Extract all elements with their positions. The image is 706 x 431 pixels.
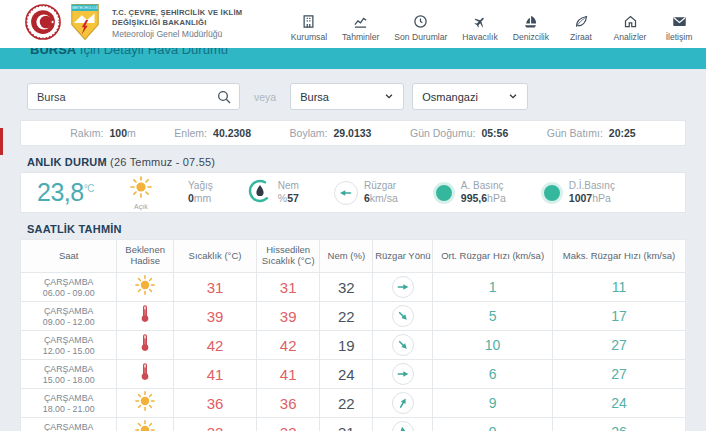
current-condition: Açık [129,175,153,210]
humidity-block: Nem %57 [248,179,299,207]
row-temperature: 41 [173,360,256,389]
leaf-icon [574,14,589,29]
table-row: ÇARŞAMBA 18.00 - 21.00 36 36 22 [21,389,686,418]
longitude-info: Boylam:29.0133 [290,127,372,139]
wind-arrow [395,279,411,295]
line-chart-icon [353,14,368,29]
top-header: METEOROLOJİ T.C. ÇEVRE, ŞEHİRCİLİK VE İK… [0,0,706,48]
nav-label: Havacılık [462,32,497,42]
wind-arrow [394,422,413,431]
table-row: ÇARŞAMBA 21.00 - 24.00 32 32 31 [21,418,686,431]
row-avg-wind: 6 [433,360,553,389]
ministry-line1: T.C. ÇEVRE, ŞEHİRCİLİK VE İKLİM DEĞİŞİKL… [112,8,291,27]
wind-direction-icon [392,421,414,431]
wind-arrow [392,333,415,356]
row-hours: 09.00 - 12.00 [21,317,116,327]
precipitation-block: Yağış 0mm [188,180,213,205]
or-label: veya [254,91,276,103]
thermometer-icon [134,361,156,383]
table-row: ÇARŞAMBA 09.00 - 12.00 39 39 22 5 17 [21,302,686,331]
actual-pressure-block: A. Basınç 995,6hPa [433,180,506,205]
chevron-down-icon [384,91,394,103]
search-box [27,83,240,110]
left-edge-accent [0,128,3,155]
province-select[interactable]: Bursa [290,83,404,110]
row-feels-like: 31 [257,273,320,302]
wind-direction-icon [392,305,414,327]
pressure-circle-icon [541,182,563,204]
sun-icon [134,390,156,412]
table-header-row: Saat Beklenen Hadise Sıcaklık (°C) Hisse… [21,240,686,273]
province-select-value: Bursa [300,91,329,103]
row-day: ÇARŞAMBA [21,422,116,431]
district-select[interactable]: Osmangazi [412,83,528,110]
latitude-info: Enlem:40.2308 [174,127,251,139]
row-max-wind: 27 [552,360,685,389]
row-humidity: 31 [320,418,373,431]
row-feels-like: 42 [257,331,320,360]
sun-icon [134,419,156,431]
row-temperature: 39 [173,302,256,331]
nav-label: Ziraat [570,32,592,42]
row-feels-like: 39 [257,302,320,331]
government-emblem-logo [24,3,62,45]
row-feels-like: 32 [257,418,320,431]
wind-direction-icon [392,276,414,298]
nav-item-kurumsal[interactable]: Kurumsal [291,14,327,42]
row-temperature: 32 [173,418,256,431]
current-conditions-card: 23,8°C Açık Yağış 0mm [20,172,686,213]
row-temperature: 36 [173,389,256,418]
row-max-wind: 24 [552,389,685,418]
search-icon[interactable] [216,89,232,109]
nav-label: Denizcilik [513,32,549,42]
condition-label: Açık [134,203,148,210]
nav-item-tahminler[interactable]: Tahminler [342,14,379,42]
nav-item-son-durumlar[interactable]: Son Durumlar [394,14,447,42]
nav-item-iletisim[interactable]: İletişim [662,14,696,42]
table-row: ÇARŞAMBA 12.00 - 15.00 42 42 19 10 27 [21,331,686,360]
building-icon [301,14,316,29]
col-nem: Nem (%) [320,240,373,273]
nav-label: Analizler [614,32,647,42]
altitude-info: Rakım:100m [70,127,136,139]
hourly-section-title: SAATLİK TAHMİN [27,223,686,235]
row-temperature: 31 [173,273,256,302]
table-row: ÇARŞAMBA 06.00 - 09.00 31 31 32 [21,273,686,302]
city-search-input[interactable] [28,84,239,109]
row-hours: 15.00 - 18.00 [21,375,116,385]
nav-item-ziraat[interactable]: Ziraat [564,14,598,42]
col-beklenen-hadise: Beklenen Hadise [117,240,174,273]
wind-direction-icon [392,334,414,356]
plane-icon [473,14,488,29]
nav-item-denizcilik[interactable]: Denizcilik [513,14,549,42]
wind-direction-icon [392,363,414,385]
wind-direction-icon [392,392,414,414]
row-humidity: 22 [320,389,373,418]
current-section-title: ANLIK DURUM (26 Temmuz - 07.55) [27,156,686,168]
row-hours: 06.00 - 09.00 [21,288,116,298]
row-day: ÇARŞAMBA [21,306,116,316]
sea-level-pressure-block: D.İ.Basınç 1007hPa [541,180,615,205]
home-icon [623,14,638,29]
row-avg-wind: 5 [433,302,553,331]
weather-page: METEOROLOJİ T.C. ÇEVRE, ŞEHİRCİLİK VE İK… [0,0,706,431]
row-humidity: 19 [320,331,373,360]
row-feels-like: 41 [257,360,320,389]
sunset-info: Gün Batımı:20:25 [547,127,636,139]
nav-item-havacilik[interactable]: Havacılık [462,14,497,42]
thermometer-icon [134,332,156,354]
wind-arrow [392,304,415,327]
row-max-wind: 27 [552,331,685,360]
row-avg-wind: 9 [433,389,553,418]
nav-item-analizler[interactable]: Analizler [613,14,647,42]
wind-arrow [395,366,411,382]
row-hours: 18.00 - 21.00 [21,404,116,414]
pressure-circle-icon [433,182,455,204]
row-feels-like: 36 [257,389,320,418]
sailboat-icon [523,14,538,29]
chevron-down-icon [508,91,518,103]
col-maks-ruzgar: Maks. Rüzgar Hızı (km/sa) [552,240,685,273]
row-max-wind: 26 [552,418,685,431]
col-saat: Saat [21,240,117,273]
humidity-droplet-icon [248,179,272,207]
